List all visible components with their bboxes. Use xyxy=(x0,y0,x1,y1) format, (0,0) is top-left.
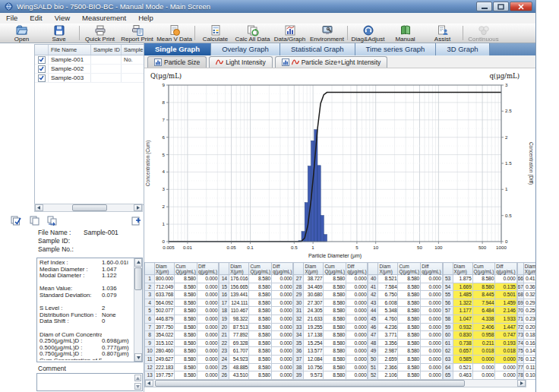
minimize-button[interactable] xyxy=(476,2,492,11)
file-list-row[interactable]: Sample-001 xyxy=(35,55,144,65)
graph-tab-particle-size-light-intensity[interactable]: Particle Size+Light Intensity xyxy=(275,56,388,68)
cum-cell: 8.580 xyxy=(324,307,346,315)
diam-cell: 0.932 xyxy=(453,323,472,331)
stat-value: 0.079 xyxy=(102,292,117,299)
cum-cell: 8.580 xyxy=(175,323,197,331)
save-button[interactable]: Save xyxy=(40,24,77,43)
diff-cell: 0.000 xyxy=(346,315,368,323)
row-number-cell: 5 xyxy=(145,307,155,315)
manual-button[interactable]: Manual xyxy=(387,24,424,43)
table-row: 3515.2548.5800.000 xyxy=(294,339,368,347)
select-all-files-icon[interactable] xyxy=(11,216,21,226)
scroll-up-icon[interactable] xyxy=(134,375,141,381)
row-number-cell: 16 xyxy=(219,291,229,299)
calculate-button[interactable]: Calculate xyxy=(197,24,234,43)
graph-panel: Single GraphOverlay GraphStatistical Gra… xyxy=(144,43,535,392)
table-row: 17124.1118.5800.000 xyxy=(219,299,293,307)
file-list-hscrollbar[interactable] xyxy=(34,204,143,212)
sample-id-cell xyxy=(91,65,122,73)
add-file-icon[interactable] xyxy=(131,216,141,226)
toolbar: OpenSaveQuick PrintReport PrintMean V Da… xyxy=(0,24,535,43)
checkbox-icon[interactable] xyxy=(38,74,46,82)
report-print-button[interactable]: Report Print xyxy=(118,24,156,43)
scrollbar-thumb[interactable] xyxy=(155,380,465,387)
svg-text:2.5: 2.5 xyxy=(505,108,512,113)
tab-single-graph[interactable]: Single Graph xyxy=(144,43,211,55)
assist-button[interactable]: Assist xyxy=(424,24,461,43)
file-list-row[interactable]: Sample-002 xyxy=(35,65,144,74)
scroll-left-icon[interactable] xyxy=(35,204,43,211)
table-row: 417.5848.5800.000 xyxy=(368,283,442,291)
diff-cell: 0.000 xyxy=(421,331,442,340)
table-row: 2738.7278.5800.000 xyxy=(294,275,368,283)
file-list-row[interactable]: Sample-003 xyxy=(35,74,144,83)
row-number-cell: 29 xyxy=(294,291,304,299)
toolbar-button-label: Assist xyxy=(434,36,450,43)
scrollbar-thumb[interactable] xyxy=(72,204,107,211)
maximize-button[interactable] xyxy=(493,2,509,11)
tab-3d-graph[interactable]: 3D Graph xyxy=(436,43,489,55)
transfer-file-icon[interactable] xyxy=(47,216,58,226)
open-button[interactable]: Open xyxy=(3,24,40,43)
diam-cell: 13.577 xyxy=(304,347,324,356)
scrollbar-thumb[interactable] xyxy=(134,267,142,290)
table-row: 454.7608.5800.000 xyxy=(368,315,442,323)
checkbox-icon[interactable] xyxy=(38,56,46,64)
environment-button[interactable]: Environment xyxy=(308,24,346,43)
diff-cell: 0.000 xyxy=(346,275,368,283)
table-row: 680.327 xyxy=(517,291,535,299)
stat-label: Data Shift : xyxy=(39,318,102,325)
data-graph-button[interactable]: Data/Graph xyxy=(271,24,308,43)
column-header: DiamX(μm) xyxy=(229,263,249,275)
diag-adjust-button[interactable]: Diag&Adjust xyxy=(349,24,387,43)
comment-input[interactable] xyxy=(36,373,143,391)
menu-item-view[interactable]: View xyxy=(49,13,76,24)
table-row: 760.129 xyxy=(517,355,535,363)
menu-item-edit[interactable]: Edit xyxy=(24,13,48,24)
quick-print-button[interactable]: Quick Print xyxy=(81,24,118,43)
diff-cell: 0.000 xyxy=(197,307,218,315)
graph-tab-light-intensity[interactable]: Light Intensity xyxy=(209,56,272,68)
file-checkbox[interactable] xyxy=(35,74,49,82)
menu-item-measurement[interactable]: Measurement xyxy=(76,13,132,24)
menu-item-file[interactable]: File xyxy=(0,13,24,24)
row-number-cell: 33 xyxy=(294,323,304,331)
menu-item-help[interactable]: Help xyxy=(132,13,159,24)
diam-cell: 54.923 xyxy=(229,355,249,363)
diam-cell: 197.757 xyxy=(155,371,175,380)
data-table-grid: DiamX(μm)CumQ(μg/mL)Diffq(μg/mL)531.8758… xyxy=(443,262,517,380)
diff-cell: 0.000 xyxy=(346,339,368,347)
table-group: DiamX(μm)CumQ(μg/mL)Diffq(μg/mL)2738.727… xyxy=(293,262,368,380)
column-header: DiamX(μm) xyxy=(523,263,535,275)
diam-cell: 43.510 xyxy=(229,371,249,380)
diff-cell: 0.000 xyxy=(346,283,368,291)
statistics-vscrollbar[interactable] xyxy=(134,258,142,362)
file-checkbox[interactable] xyxy=(35,55,49,64)
diam-cell: 87.513 xyxy=(229,323,249,331)
scroll-down-icon[interactable] xyxy=(134,353,142,362)
cum-cell: 2.406 xyxy=(472,323,495,331)
diam-cell: 6.750 xyxy=(378,291,398,299)
scroll-right-icon[interactable] xyxy=(134,204,142,211)
checkbox-icon[interactable] xyxy=(38,65,46,73)
mean-v-data-button[interactable]: Mean V Data xyxy=(156,24,193,43)
diam-cell: 8.521 xyxy=(378,275,398,283)
scroll-left-icon[interactable] xyxy=(145,380,153,387)
row-number-cell: 49 xyxy=(368,347,378,356)
tab-statistical-graph[interactable]: Statistical Graph xyxy=(280,43,355,55)
cum-cell: 8.580 xyxy=(324,275,346,283)
scroll-down-icon[interactable] xyxy=(134,383,141,390)
scroll-right-icon[interactable] xyxy=(517,380,526,387)
table-row: 770.115 xyxy=(517,363,535,371)
row-number-cell: 67 xyxy=(517,283,523,291)
diff-cell: 0.000 xyxy=(421,339,442,347)
copy-file-icon[interactable] xyxy=(29,216,39,226)
file-checkbox[interactable] xyxy=(35,65,49,73)
close-button[interactable] xyxy=(510,2,532,11)
table-hscrollbar[interactable] xyxy=(144,379,526,387)
tab-overlay-graph[interactable]: Overlay Graph xyxy=(211,43,280,55)
scroll-up-icon[interactable] xyxy=(134,258,142,267)
tab-time-series-graph[interactable]: Time series Graph xyxy=(355,43,437,55)
calc-all-data-button[interactable]: Calc All Data xyxy=(234,24,271,43)
graph-tab-particle-size[interactable]: Particle Size xyxy=(147,56,207,68)
